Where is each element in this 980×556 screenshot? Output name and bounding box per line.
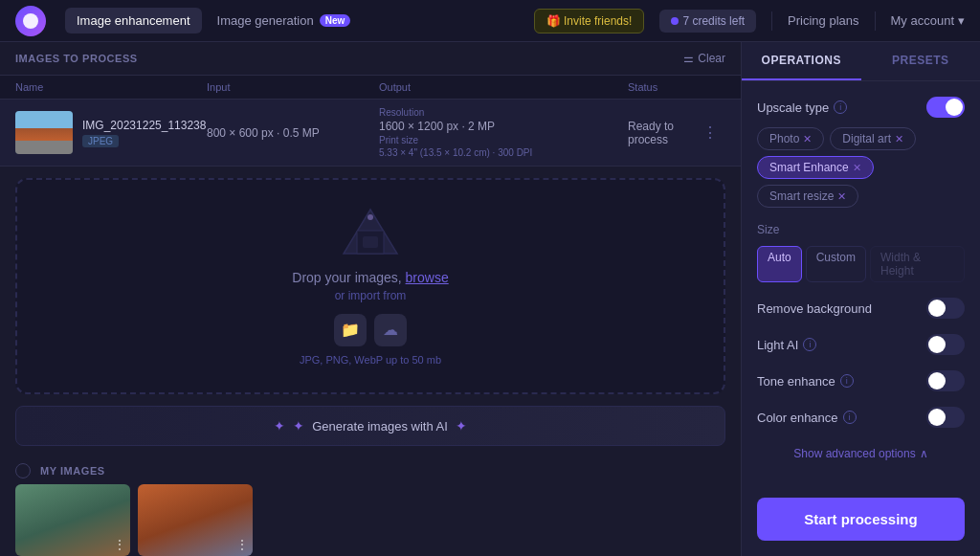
color-enhance-label: Color enhance i xyxy=(757,411,857,425)
chip-smart-resize[interactable]: Smart resize ✕ xyxy=(757,185,858,208)
divider xyxy=(771,11,772,31)
my-image-thumb-1[interactable]: ⋮ xyxy=(15,484,130,556)
invite-button[interactable]: 🎁 Invite friends! xyxy=(534,9,645,33)
output-resolution-label: Resolution xyxy=(379,107,628,118)
tone-enhance-label: Tone enhance i xyxy=(757,374,854,389)
clear-button[interactable]: ⚌ Clear xyxy=(683,52,725,65)
start-processing-button[interactable]: Start processing xyxy=(757,498,965,541)
light-ai-toggle[interactable] xyxy=(926,334,965,355)
generate-ai-banner[interactable]: ✦ ✦ Generate images with AI ✦ xyxy=(15,406,725,446)
table-header: Name Input Output Status xyxy=(0,75,741,100)
nav-tab-image-enhancement[interactable]: Image enhancement xyxy=(65,8,202,33)
file-type-badge: JPEG xyxy=(82,135,119,147)
file-name: IMG_20231225_113238 xyxy=(82,119,206,132)
right-tabs: OPERATIONS PRESETS xyxy=(742,42,980,81)
toggle-knob xyxy=(928,336,946,353)
filter-icon: ⚌ xyxy=(683,52,694,65)
generate-banner-label: Generate images with AI xyxy=(312,419,448,434)
operations-content: Upscale type i Photo ✕ Digital art ✕ xyxy=(742,81,980,490)
upscale-type-section: Upscale type i Photo ✕ Digital art ✕ xyxy=(757,97,965,208)
col-actions xyxy=(702,81,725,93)
light-ai-info-icon[interactable]: i xyxy=(803,338,816,351)
my-images-checkbox[interactable] xyxy=(15,463,31,478)
app-logo xyxy=(15,6,46,36)
divider xyxy=(875,11,876,31)
remove-background-label: Remove background xyxy=(757,301,872,316)
new-badge: New xyxy=(320,14,351,27)
tab-presets[interactable]: PRESETS xyxy=(861,42,981,80)
chevron-up-icon: ∧ xyxy=(920,447,928,460)
size-chip-custom[interactable]: Custom xyxy=(806,246,866,282)
file-details: IMG_20231225_113238 JPEG xyxy=(82,119,206,147)
upscale-info-icon[interactable]: i xyxy=(834,100,847,114)
tone-enhance-info-icon[interactable]: i xyxy=(840,374,854,388)
chip-close-icon: ✕ xyxy=(895,133,903,145)
header-right: 🎁 Invite friends! 7 credits left Pricing… xyxy=(534,9,965,33)
size-chip-auto[interactable]: Auto xyxy=(757,246,802,282)
row-menu-button[interactable]: ⋮ xyxy=(702,123,725,142)
thumb-menu-icon[interactable]: ⋮ xyxy=(113,537,126,552)
upload-icon xyxy=(342,208,399,258)
browse-link[interactable]: browse xyxy=(406,270,449,285)
output-print-label: Print size xyxy=(379,135,628,145)
app-header: Image enhancement Image generation New 🎁… xyxy=(0,0,980,42)
main-nav: Image enhancement Image generation New xyxy=(65,8,362,33)
color-enhance-toggle[interactable] xyxy=(926,407,965,428)
chip-close-icon: ✕ xyxy=(803,133,812,145)
thumb-menu-icon[interactable]: ⋮ xyxy=(235,537,249,552)
color-enhance-info-icon[interactable]: i xyxy=(843,411,857,424)
folder-icon: 📁 xyxy=(341,321,360,339)
file-info: IMG_20231225_113238 JPEG xyxy=(15,111,207,154)
main-layout: IMAGES TO PROCESS ⚌ Clear Name Input Out… xyxy=(0,42,980,556)
chip-photo[interactable]: Photo ✕ xyxy=(757,127,824,150)
left-panel: IMAGES TO PROCESS ⚌ Clear Name Input Out… xyxy=(0,42,741,556)
chevron-down-icon: ▾ xyxy=(958,13,965,28)
chip-close-icon: ✕ xyxy=(853,162,861,174)
sparkle-icon-right: ✦ xyxy=(456,418,467,434)
file-thumbnail xyxy=(15,111,73,154)
toggle-knob xyxy=(946,99,963,116)
upscale-chips: Photo ✕ Digital art ✕ Smart Enhance ✕ Sm… xyxy=(757,127,965,208)
remove-background-toggle[interactable] xyxy=(926,298,965,319)
toggle-knob xyxy=(928,372,946,389)
my-images-title: MY IMAGES xyxy=(40,465,105,477)
table-row: IMG_20231225_113238 JPEG 800 × 600 px · … xyxy=(0,100,741,167)
output-resolution: 1600 × 1200 px · 2 MP xyxy=(379,120,628,133)
formats-label: JPG, PNG, WebP up to 50 mb xyxy=(300,354,441,366)
color-enhance-row: Color enhance i xyxy=(757,407,965,428)
pricing-link[interactable]: Pricing plans xyxy=(788,13,858,28)
nav-tab-label: Image enhancement xyxy=(77,13,190,28)
tone-enhance-toggle[interactable] xyxy=(926,370,965,391)
toggle-knob xyxy=(928,300,946,317)
my-image-thumb-2[interactable]: ⋮ xyxy=(138,484,253,556)
show-advanced-options[interactable]: Show advanced options ∧ xyxy=(757,443,965,464)
images-header: IMAGES TO PROCESS ⚌ Clear xyxy=(0,42,741,75)
account-button[interactable]: My account ▾ xyxy=(891,13,965,28)
drop-text: Drop your images, browse xyxy=(292,270,448,285)
size-section: Size Auto Custom Width & Height xyxy=(757,223,965,282)
chip-digital-art[interactable]: Digital art ✕ xyxy=(830,127,916,150)
upscale-toggle[interactable] xyxy=(926,97,965,118)
col-name: Name xyxy=(15,81,207,93)
import-folder-button[interactable]: 📁 xyxy=(334,314,367,346)
import-from-label: or import from xyxy=(335,289,407,302)
output-info: Resolution 1600 × 1200 px · 2 MP Print s… xyxy=(379,107,628,158)
images-section-title: IMAGES TO PROCESS xyxy=(15,53,138,64)
tab-operations[interactable]: OPERATIONS xyxy=(742,42,861,80)
col-output: Output xyxy=(379,81,628,93)
sparkle-icon-mid: ✦ xyxy=(293,418,304,434)
import-icons: 📁 ☁ xyxy=(334,314,407,346)
output-print: 5.33 × 4" (13.5 × 10.2 cm) · 300 DPI xyxy=(379,147,628,158)
import-cloud-button[interactable]: ☁ xyxy=(374,314,407,346)
sparkle-icon-left: ✦ xyxy=(274,418,285,434)
chip-smart-enhance[interactable]: Smart Enhance ✕ xyxy=(757,156,874,179)
col-input: Input xyxy=(207,81,379,93)
nav-tab-image-generation[interactable]: Image generation New xyxy=(206,8,363,33)
size-chips: Auto Custom Width & Height xyxy=(757,246,965,282)
upscale-type-label: Upscale type i xyxy=(757,100,847,115)
drop-zone[interactable]: Drop your images, browse or import from … xyxy=(15,178,725,394)
right-panel: OPERATIONS PRESETS Upscale type i xyxy=(741,42,980,556)
light-ai-row: Light AI i xyxy=(757,334,965,355)
status-badge: Ready to process xyxy=(628,120,702,146)
remove-background-row: Remove background xyxy=(757,298,965,319)
